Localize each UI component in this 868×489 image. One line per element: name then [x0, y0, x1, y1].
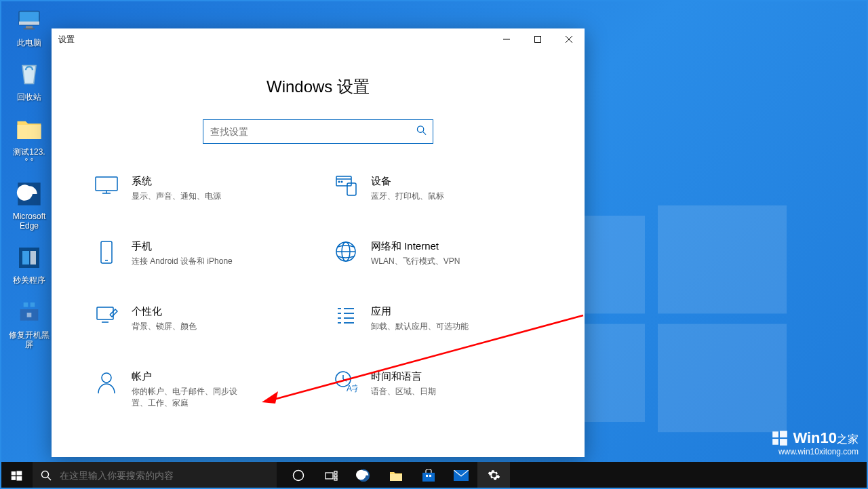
taskbar-edge[interactable] — [347, 462, 380, 489]
accounts-icon — [92, 370, 121, 399]
settings-body: Windows 设置 系统显示、声音、通知、电源 设备蓝牙、打印机、鼠标 手机连… — [52, 50, 585, 457]
svg-point-45 — [102, 373, 111, 383]
folder-icon — [14, 115, 44, 144]
svg-rect-55 — [780, 439, 787, 446]
settings-item-time-language[interactable]: A字 时间和语言语音、区域、日期 — [332, 370, 544, 409]
start-button[interactable] — [0, 462, 33, 489]
close-button[interactable] — [553, 28, 585, 50]
taskbar-search[interactable] — [33, 462, 277, 489]
settings-grid: 系统显示、声音、通知、电源 设备蓝牙、打印机、鼠标 手机连接 Android 设… — [79, 175, 557, 409]
item-desc: 背景、锁屏、颜色 — [132, 321, 197, 332]
titlebar-controls — [491, 28, 585, 50]
watermark: Win10之家 www.win10xitong.com — [771, 429, 859, 456]
settings-item-system[interactable]: 系统显示、声音、通知、电源 — [92, 175, 304, 203]
desktop-icon-this-pc[interactable]: 此电脑 — [5, 5, 53, 47]
item-title: 系统 — [132, 175, 221, 188]
settings-item-phone[interactable]: 手机连接 Android 设备和 iPhone — [92, 240, 304, 269]
svg-point-62 — [294, 471, 304, 481]
devices-icon — [332, 175, 360, 203]
svg-rect-59 — [16, 476, 22, 480]
taskbar-task-view[interactable] — [315, 462, 347, 489]
recycle-bin-icon — [14, 60, 44, 90]
item-title: 应用 — [371, 305, 469, 318]
svg-rect-6 — [26, 26, 33, 28]
desktop-icon-quick-close[interactable]: 秒关程序 — [5, 243, 53, 285]
svg-text:A字: A字 — [347, 384, 357, 393]
desktop-icon-fix-boot[interactable]: 修复开机黑 屏 — [5, 298, 53, 350]
svg-rect-22 — [96, 177, 117, 191]
item-title: 时间和语言 — [371, 370, 436, 383]
svg-rect-15 — [27, 313, 32, 317]
svg-rect-11 — [31, 251, 36, 265]
edge-icon — [14, 179, 44, 209]
window-title: 设置 — [58, 34, 75, 45]
settings-header: Windows 设置 — [79, 76, 557, 98]
svg-rect-17 — [535, 37, 541, 43]
system-icon — [92, 175, 121, 203]
taskbar-file-explorer[interactable] — [380, 462, 412, 489]
svg-rect-63 — [326, 473, 333, 479]
desktop-icon-edge[interactable]: Microsoft Edge — [5, 179, 53, 231]
desktop-icon-recycle-bin[interactable]: 回收站 — [5, 60, 53, 102]
search-input[interactable] — [203, 119, 433, 144]
item-title: 设备 — [371, 175, 444, 188]
svg-rect-14 — [31, 302, 35, 307]
item-desc: 卸载、默认应用、可选功能 — [371, 321, 469, 332]
settings-item-network[interactable]: 网络和 InternetWLAN、飞行模式、VPN — [332, 240, 544, 269]
svg-rect-71 — [429, 475, 431, 477]
svg-rect-66 — [334, 478, 337, 480]
desktop-icon-test-folder[interactable]: 测试123. ° ° — [5, 115, 53, 167]
svg-line-21 — [423, 132, 426, 134]
svg-rect-64 — [334, 471, 337, 473]
svg-rect-53 — [780, 431, 787, 437]
personalization-icon — [92, 305, 121, 334]
item-title: 帐户 — [132, 370, 240, 383]
svg-rect-30 — [101, 241, 112, 263]
item-desc: 显示、声音、通知、电源 — [132, 191, 221, 202]
svg-rect-68 — [390, 474, 402, 481]
svg-rect-3 — [658, 324, 787, 433]
settings-item-apps[interactable]: 应用卸载、默认应用、可选功能 — [332, 305, 544, 334]
search-icon — [416, 125, 427, 138]
svg-rect-7 — [24, 28, 35, 30]
svg-rect-54 — [773, 439, 779, 445]
settings-item-accounts[interactable]: 帐户你的帐户、电子邮件、同步设置、工作、家庭 — [92, 370, 304, 409]
svg-rect-69 — [422, 473, 435, 482]
titlebar[interactable]: 设置 — [52, 28, 585, 50]
settings-search-box[interactable] — [203, 119, 433, 144]
watermark-url: www.win10xitong.com — [771, 447, 859, 456]
svg-rect-65 — [334, 475, 337, 477]
svg-point-60 — [42, 471, 49, 478]
svg-rect-13 — [24, 302, 28, 307]
svg-rect-1 — [658, 206, 787, 314]
apps-icon — [332, 305, 360, 334]
fix-boot-icon — [14, 298, 44, 328]
quick-close-icon — [14, 243, 44, 273]
time-language-icon: A字 — [332, 370, 360, 399]
svg-point-28 — [338, 181, 340, 182]
item-desc: 蓝牙、打印机、鼠标 — [371, 191, 444, 202]
svg-rect-52 — [773, 431, 779, 437]
item-desc: WLAN、飞行模式、VPN — [371, 256, 460, 267]
minimize-button[interactable] — [491, 28, 522, 50]
network-icon — [332, 240, 360, 269]
taskbar-mail[interactable] — [445, 462, 477, 489]
taskbar-store[interactable] — [412, 462, 445, 489]
settings-item-devices[interactable]: 设备蓝牙、打印机、鼠标 — [332, 175, 544, 203]
maximize-button[interactable] — [522, 28, 553, 50]
pc-icon — [14, 5, 44, 35]
taskbar — [0, 462, 868, 489]
desktop-icons-area: 此电脑 回收站 测试123. ° ° Microsoft Edge 秒关程序 修… — [5, 5, 53, 350]
watermark-logo-icon — [771, 429, 789, 447]
taskbar-cortana[interactable] — [282, 462, 315, 489]
svg-rect-58 — [11, 476, 15, 480]
taskbar-settings[interactable] — [477, 462, 510, 489]
item-title: 网络和 Internet — [371, 240, 460, 253]
search-icon — [41, 470, 52, 481]
item-desc: 你的帐户、电子邮件、同步设置、工作、家庭 — [132, 386, 240, 409]
taskbar-search-input[interactable] — [60, 470, 269, 481]
item-title: 个性化 — [132, 305, 197, 318]
svg-rect-5 — [19, 22, 39, 25]
svg-rect-10 — [22, 251, 29, 265]
settings-item-personalization[interactable]: 个性化背景、锁屏、颜色 — [92, 305, 304, 334]
